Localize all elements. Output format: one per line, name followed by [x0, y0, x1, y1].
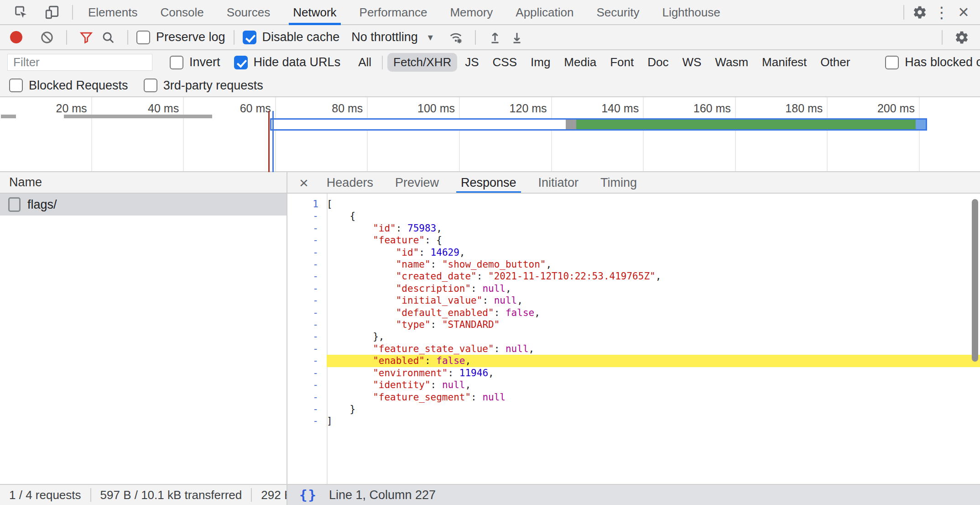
pretty-print-button[interactable]: {}	[299, 487, 317, 503]
code-line: - "name": "show_demo_button",	[287, 258, 980, 270]
filter-type-font[interactable]: Font	[604, 53, 640, 72]
fold-marker: -	[287, 403, 327, 415]
filter-type-js[interactable]: JS	[459, 53, 485, 72]
code-text: "created_date": "2021-11-12T10:22:53.419…	[327, 270, 980, 282]
filter-type-doc[interactable]: Doc	[641, 53, 674, 72]
fold-marker: -	[287, 331, 327, 342]
network-conditions-button[interactable]	[445, 26, 467, 48]
fold-marker: -	[287, 222, 327, 234]
has-blocked-cookies-checkbox[interactable]	[885, 56, 899, 69]
filter-type-wasm[interactable]: Wasm	[709, 53, 754, 72]
filter-toggle-button[interactable]	[75, 26, 97, 48]
preserve-log-checkbox[interactable]	[136, 31, 150, 44]
tabbar-right-controls: ⋮ ×	[899, 1, 980, 23]
code-line: - "initial_value": null,	[287, 295, 980, 306]
code-text: "feature": {	[327, 234, 980, 246]
hide-data-urls-checkbox[interactable]	[234, 56, 248, 69]
disable-cache-checkbox[interactable]	[243, 31, 256, 44]
timeline-event-marker	[268, 111, 270, 172]
record-button[interactable]	[10, 31, 22, 43]
code-line: - "id": 75983,	[287, 222, 980, 234]
search-icon	[101, 31, 115, 44]
toolbar-divider	[903, 5, 904, 20]
fold-marker: -	[287, 355, 327, 367]
tab-lighthouse[interactable]: Lighthouse	[651, 0, 731, 25]
gear-icon	[912, 5, 927, 20]
chevron-down-icon: ▾	[428, 32, 433, 43]
filter-type-all[interactable]: All	[352, 53, 377, 72]
code-line: - }	[287, 403, 980, 415]
request-row[interactable]: flags/	[0, 194, 287, 216]
import-har-button[interactable]	[484, 26, 506, 48]
vertical-scrollbar[interactable]	[972, 199, 978, 362]
main-tab-bar: ElementsConsoleSourcesNetworkPerformance…	[0, 0, 980, 25]
filter-type-fetch-xhr[interactable]: Fetch/XHR	[387, 53, 457, 72]
code-text: "default_enabled": false,	[327, 307, 980, 319]
request-bar-segment	[566, 120, 576, 129]
tab-elements[interactable]: Elements	[77, 0, 149, 25]
clear-icon	[40, 31, 54, 44]
response-viewer: 1[- {- "id": 75983,- "feature": {- "id":…	[287, 194, 980, 484]
gear-icon	[954, 30, 969, 45]
code-line: - "created_date": "2021-11-12T10:22:53.4…	[287, 270, 980, 282]
detail-tab-headers[interactable]: Headers	[325, 172, 375, 193]
filter-types-divider	[382, 56, 383, 69]
fold-marker: -	[287, 295, 327, 306]
detail-tab-initiator[interactable]: Initiator	[537, 172, 581, 193]
tab-console[interactable]: Console	[149, 0, 215, 25]
filter-type-other[interactable]: Other	[814, 53, 856, 72]
filter-input[interactable]	[7, 54, 152, 71]
main-tabs: ElementsConsoleSourcesNetworkPerformance…	[77, 0, 732, 24]
close-icon: ×	[958, 2, 969, 22]
clear-button[interactable]	[36, 26, 58, 48]
statusbar-divider	[90, 488, 91, 502]
tab-memory[interactable]: Memory	[438, 0, 504, 25]
detail-tab-timing[interactable]: Timing	[599, 172, 639, 193]
code-text: "feature_state_value": null,	[327, 343, 980, 355]
filter-type-img[interactable]: Img	[525, 53, 556, 72]
code-line: - "default_enabled": false,	[287, 307, 980, 319]
throttling-select[interactable]: No throttling ▾	[351, 30, 433, 44]
code-text: "initial_value": null,	[327, 295, 980, 306]
blocked-requests-checkbox[interactable]	[9, 79, 23, 92]
search-button[interactable]	[97, 26, 119, 48]
has-blocked-cookies-label: Has blocked cookies	[905, 55, 980, 69]
code-text: "identity": null,	[327, 379, 980, 391]
settings-button[interactable]	[909, 1, 931, 23]
tab-performance[interactable]: Performance	[348, 0, 439, 25]
code-text: },	[327, 331, 980, 342]
close-devtools-button[interactable]: ×	[953, 1, 975, 23]
tab-network[interactable]: Network	[281, 0, 348, 25]
third-party-requests-checkbox[interactable]	[144, 79, 157, 92]
invert-checkbox[interactable]	[170, 56, 183, 69]
code-line: - "description": null,	[287, 283, 980, 295]
statusbar-divider	[251, 488, 252, 502]
fold-marker: -	[287, 343, 327, 355]
network-summary: 1 / 4 requests597 B / 10.1 kB transferre…	[0, 485, 287, 505]
code-line: - "id": 14629,	[287, 247, 980, 258]
more-options-button[interactable]: ⋮	[931, 1, 953, 23]
toolbar-divider	[127, 30, 128, 45]
request-details-tab-bar: × HeadersPreviewResponseInitiatorTiming	[287, 172, 980, 193]
network-overview-timeline[interactable]: 20 ms40 ms60 ms80 ms100 ms120 ms140 ms16…	[0, 97, 980, 172]
filter-type-css[interactable]: CSS	[487, 53, 523, 72]
inspect-element-button[interactable]	[10, 1, 32, 23]
detail-tab-response[interactable]: Response	[459, 172, 518, 193]
filter-type-manifest[interactable]: Manifest	[756, 53, 813, 72]
filter-type-media[interactable]: Media	[558, 53, 602, 72]
fold-marker: -	[287, 283, 327, 295]
tab-sources[interactable]: Sources	[215, 0, 281, 25]
overview-resource-bar	[1, 115, 16, 118]
tab-application[interactable]: Application	[504, 0, 585, 25]
tab-security[interactable]: Security	[585, 0, 651, 25]
device-toolbar-button[interactable]	[41, 1, 63, 23]
requests-list: flags/	[0, 194, 287, 484]
code-line: - {	[287, 210, 980, 222]
network-settings-button[interactable]	[951, 26, 973, 48]
export-har-button[interactable]	[506, 26, 528, 48]
fold-marker: -	[287, 307, 327, 319]
close-details-button[interactable]: ×	[299, 175, 308, 190]
filter-type-ws[interactable]: WS	[676, 53, 707, 72]
requests-name-column-header[interactable]: Name	[0, 172, 287, 193]
detail-tab-preview[interactable]: Preview	[393, 172, 441, 193]
